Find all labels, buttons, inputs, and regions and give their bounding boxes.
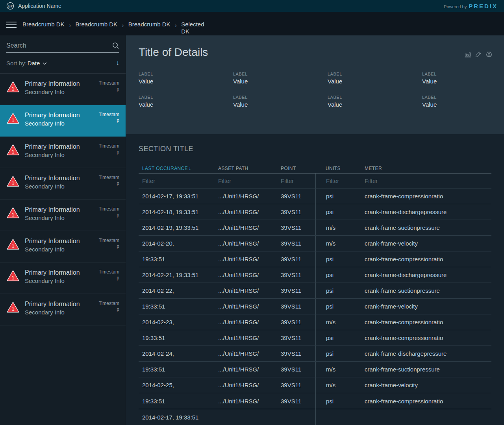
cell-asset-path: .../Unit1/HRSG/ — [215, 362, 276, 377]
alert-list-item[interactable]: 1 Primary Information Secondary Info Tim… — [0, 105, 126, 137]
search-icon[interactable] — [112, 42, 119, 49]
app-title: Application Name — [18, 3, 61, 9]
filter-input-meter[interactable] — [365, 177, 481, 184]
cell-last-occurance: 2014-02-22, — [139, 283, 215, 298]
cell-point: 39VS11 — [276, 330, 315, 346]
table-row[interactable]: 2014-02-18, 19:33:51 .../Unit1/HRSG/ 39V… — [139, 204, 491, 220]
alert-primary-text: Primary Information — [25, 79, 96, 88]
warning-triangle-icon: 1 — [6, 175, 20, 187]
column-header-asset-path[interactable]: ASSET PATH — [215, 166, 276, 171]
cell-units: psi — [315, 204, 361, 220]
table-row[interactable]: 2014-02-24, .../Unit1/HRSG/ 39VS11 psi c… — [139, 346, 491, 362]
chevron-right-icon: › — [69, 22, 71, 30]
breadcrumb-item-selected[interactable]: Selected DK — [181, 21, 206, 35]
cell-meter: crank-frame-compressionratio — [361, 330, 491, 346]
field-label: LABEL — [233, 72, 328, 76]
alert-secondary-text: Secondary Info — [25, 151, 96, 159]
cell-units: psi — [315, 188, 361, 204]
bar-chart-icon[interactable] — [465, 51, 471, 57]
table-row[interactable]: 19:33:51 .../Unit1/HRSG/ 39VS11 psi cran… — [139, 393, 491, 409]
chevron-right-icon: › — [122, 22, 124, 30]
table-header-row: LAST OCCURANCE↓ ASSET PATH POINT UNITS M… — [139, 164, 491, 174]
alert-timestamp: Timestamp — [96, 174, 119, 199]
table-row[interactable]: 19:33:51 .../Unit1/HRSG/ 39VS11 m/s cran… — [139, 362, 491, 377]
table-row[interactable]: 2014-02-23, .../Unit1/HRSG/ 39VS11 m/s c… — [139, 314, 491, 330]
table-row[interactable]: 2014-02-20, .../Unit1/HRSG/ 39VS11 m/s c… — [139, 236, 491, 251]
warning-triangle-icon: 1 — [6, 270, 20, 282]
cell-units: psi — [315, 330, 361, 346]
top-bar: GE Application Name Powered by PREDIX — [0, 0, 504, 12]
alert-list-item[interactable]: 1 Primary Information Secondary Info Tim… — [0, 200, 126, 231]
cell-asset-path: .../Unit1/HRSG/ — [215, 204, 276, 220]
svg-text:1: 1 — [11, 243, 14, 249]
breadcrumb-item[interactable]: Breadcrumb DK — [128, 21, 170, 28]
table-row[interactable]: 2014-02-19, 19:33:51 .../Unit1/HRSG/ 39V… — [139, 220, 491, 236]
sort-direction-icon[interactable]: ↓ — [116, 59, 120, 67]
alert-timestamp: Timestamp — [96, 300, 119, 325]
alert-list-item[interactable]: 1 Primary Information Secondary Info Tim… — [0, 137, 126, 168]
settings-gear-icon[interactable] — [486, 51, 492, 57]
cell-units: psi — [315, 299, 361, 314]
cell-asset-path: .../Unit1/HRSG/ — [215, 188, 276, 204]
page-title: Title of Details — [139, 35, 491, 59]
table-row[interactable]: 2014-02-25, .../Unit1/HRSG/ 39VS11 m/s c… — [139, 377, 491, 393]
alert-list-item[interactable]: 1 Primary Information Secondary Info Tim… — [0, 231, 126, 262]
alert-list-item[interactable]: 1 Primary Information Secondary Info Tim… — [0, 262, 126, 294]
alert-primary-text: Primary Information — [25, 300, 96, 308]
breadcrumb-item[interactable]: Breadcrumb DK — [22, 21, 65, 28]
warning-triangle-icon: 1 — [6, 207, 20, 219]
alert-primary-text: Primary Information — [25, 111, 96, 119]
field-value: Value — [233, 101, 328, 108]
svg-text:1: 1 — [11, 117, 14, 123]
table-row[interactable]: 2014-02-21, 19:33:51 .../Unit1/HRSG/ 39V… — [139, 267, 491, 283]
field-value: Value — [328, 78, 422, 85]
svg-text:GE: GE — [8, 4, 13, 8]
cell-meter: crank-frame-velocity — [361, 236, 491, 251]
alert-timestamp: Timestamp — [96, 111, 119, 136]
alert-list-item[interactable]: 1 Primary Information Secondary Info Tim… — [0, 168, 126, 200]
cell-point: 39VS11 — [276, 267, 315, 283]
filter-input-last-occurance[interactable] — [142, 177, 209, 184]
alert-timestamp: Timestamp — [96, 205, 119, 231]
table-row[interactable]: 19:33:51 .../Unit1/HRSG/ 39VS11 psi cran… — [139, 299, 491, 314]
alert-secondary-text: Secondary Info — [25, 182, 96, 190]
cell-last-occurance: 19:33:51 — [139, 362, 215, 377]
cell-units: m/s — [315, 377, 361, 393]
column-header-point[interactable]: POINT — [276, 166, 315, 171]
alert-timestamp: Timestamp — [96, 268, 119, 294]
cell-asset-path: .../Unit1/HRSG/ — [215, 220, 276, 235]
table-row[interactable]: 19:33:51 .../Unit1/HRSG/ 39VS11 psi cran… — [139, 251, 491, 267]
alert-primary-text: Primary Information — [25, 174, 96, 182]
edit-pencil-icon[interactable] — [475, 51, 482, 57]
chevron-down-icon[interactable] — [43, 62, 47, 65]
filter-input-units[interactable] — [326, 177, 358, 184]
alert-secondary-text: Secondary Info — [25, 214, 96, 222]
table-row[interactable]: 19:33:51 .../Unit1/HRSG/ 39VS11 psi cran… — [139, 330, 491, 346]
svg-text:1: 1 — [11, 306, 14, 312]
cell-last-occurance: 19:33:51 — [139, 299, 215, 314]
table-row-partial[interactable]: 2014-02-17, 19:33:51 — [139, 409, 491, 425]
filter-input-asset-path[interactable] — [218, 177, 271, 184]
field-label: LABEL — [422, 95, 504, 100]
breadcrumb-item[interactable]: Breadcrumb DK — [75, 21, 117, 28]
search-input[interactable] — [6, 42, 112, 49]
menu-icon[interactable] — [6, 22, 17, 30]
sort-field-dropdown[interactable]: Date — [28, 60, 40, 67]
cell-last-occurance: 2014-02-25, — [139, 377, 215, 393]
alert-list-item[interactable]: 1 Primary Information Secondary Info Tim… — [0, 74, 126, 105]
detail-field: LABEL Value — [139, 72, 233, 85]
cell-units: psi — [315, 267, 361, 283]
cell-point: 39VS11 — [276, 236, 315, 251]
cell-meter: crank-frame-compressionratio — [361, 188, 491, 204]
warning-triangle-icon: 1 — [6, 301, 20, 313]
column-header-last-occurance[interactable]: LAST OCCURANCE↓ — [139, 166, 215, 171]
table-row[interactable]: 2014-02-22, .../Unit1/HRSG/ 39VS11 psi c… — [139, 283, 491, 299]
cell-last-occurance: 19:33:51 — [139, 251, 215, 267]
table-row[interactable]: 2014-02-17, 19:33:51 .../Unit1/HRSG/ 39V… — [139, 188, 491, 204]
filter-input-point[interactable] — [281, 177, 313, 184]
column-header-meter[interactable]: METER — [361, 166, 491, 171]
column-header-units[interactable]: UNITS — [315, 166, 361, 171]
alert-list-item[interactable]: 1 Primary Information Secondary Info Tim… — [0, 294, 126, 325]
alert-timestamp: Timestamp — [96, 237, 119, 262]
application-window: GE Application Name Powered by PREDIX Br… — [0, 0, 504, 425]
